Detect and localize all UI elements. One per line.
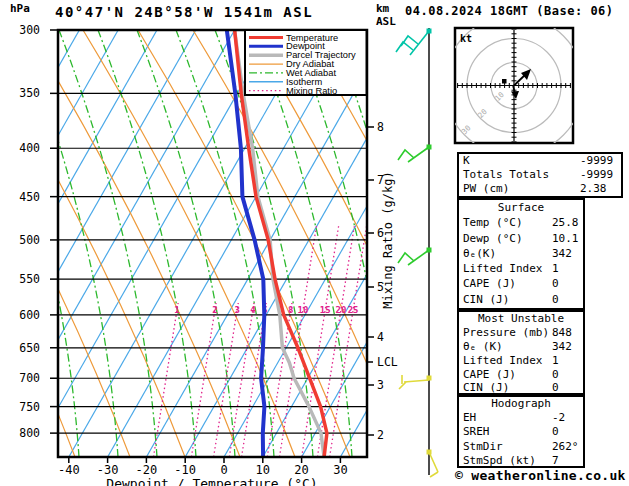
pressure-tick-label: 300 [19, 23, 40, 37]
index-value: 0 [552, 292, 559, 307]
index-label: CAPE (J) [463, 277, 516, 290]
index-row: θₑ (K)342 [459, 340, 583, 354]
mixing-ratio-value-label: 2 [212, 305, 217, 315]
index-value: 0 [552, 425, 559, 439]
mixing-ratio-value-label: 25 [348, 305, 359, 315]
index-value: 342 [552, 340, 572, 354]
indices-box-stability: K-9999Totals Totals-9999PW (cm)2.38 [457, 152, 623, 198]
index-value: 0 [552, 368, 559, 382]
index-value: 342 [552, 246, 572, 261]
mixing-ratio-line [214, 303, 239, 457]
index-label: StmSpd (kt) [463, 454, 536, 467]
wind-barb-column [396, 28, 438, 477]
pressure-tick-label: 700 [19, 371, 40, 385]
dry-adiabat-line [0, 30, 20, 457]
mixing-ratio-line [330, 225, 367, 457]
skewt-sounding-screenshot: 1234581015202530035040045050055060065070… [0, 0, 629, 486]
pressure-tick-label: 550 [19, 272, 40, 286]
asl-label: ASL [376, 15, 396, 28]
isotherm-line [0, 30, 2, 457]
index-label: CAPE (J) [463, 368, 516, 381]
pressure-tick-label: 450 [19, 190, 40, 204]
index-label: Dewp (°C) [463, 232, 523, 245]
index-label: SREH [463, 425, 490, 438]
index-value: 10.1 [552, 231, 579, 246]
km-tick-label: 4 [377, 330, 384, 344]
index-row: Dewp (°C)10.1 [459, 231, 583, 246]
credit-footer: © weatheronline.co.uk [455, 468, 626, 483]
indices-section-title: Most Unstable [459, 312, 583, 326]
index-label: Pressure (mb) [463, 326, 549, 339]
index-value: -2 [552, 411, 565, 425]
temp-tick-label: 10 [256, 463, 270, 477]
index-row: Totals Totals-9999 [459, 168, 621, 182]
km-tick-label: 2 [377, 428, 384, 442]
temp-tick-label: 0 [220, 463, 227, 477]
pressure-tick-label: 400 [19, 141, 40, 155]
hodograph-unit-label: kt [460, 33, 472, 44]
index-row: StmDir262° [459, 440, 583, 454]
index-label: CIN (J) [463, 293, 509, 306]
index-label: θₑ(K) [463, 247, 496, 260]
indices-section-title: Hodograph [459, 397, 583, 411]
index-label: StmDir [463, 440, 503, 453]
lcl-label: LCL [377, 355, 398, 369]
indices-section-title: Surface [459, 200, 583, 215]
index-row: K-9999 [459, 154, 621, 168]
mixing-ratio-value-label: 15 [320, 305, 331, 315]
index-value: 1 [552, 354, 559, 368]
wind-barb [429, 452, 438, 472]
legend: TemperatureDewpointParcel TrajectoryDry … [245, 30, 367, 96]
index-value: 7 [552, 454, 559, 468]
pressure-tick-label: 600 [19, 308, 40, 322]
station-title: 40°47'N 24B°58'W 1541m ASL [55, 4, 313, 20]
index-label: Temp (°C) [463, 216, 523, 229]
legend-label: Mixing Ratio [286, 86, 337, 96]
wind-barb [399, 375, 406, 389]
mixing-ratio-value-label: 3 [234, 305, 239, 315]
mixing-ratio-line [191, 303, 216, 457]
index-value: 0 [552, 276, 559, 291]
index-label: CIN (J) [463, 381, 509, 394]
index-label: Totals Totals [463, 168, 549, 181]
index-label: Lifted Index [463, 262, 542, 275]
index-value: -9999 [580, 154, 613, 168]
km-tick-label: 8 [377, 120, 384, 134]
temp-tick-label: 30 [333, 463, 347, 477]
index-value: 25.8 [552, 215, 579, 230]
index-row: CIN (J)0 [459, 292, 583, 307]
wind-barb [410, 31, 429, 55]
index-row: Pressure (mb)848 [459, 326, 583, 340]
pressure-tick-label: 650 [19, 341, 40, 355]
dry-adiabat-line [578, 30, 629, 457]
datetime-label: 04.08.2024 18GMT (Base: 06) [405, 4, 614, 18]
mixing-ratio-axis-label: Mixing Ratio (g/kg) [381, 171, 395, 308]
wind-barb [404, 380, 429, 382]
temp-tick-label: 20 [294, 463, 308, 477]
index-label: EH [463, 411, 476, 424]
temp-tick-label: -30 [97, 463, 119, 477]
pressure-tick-label: 800 [19, 426, 40, 440]
temp-tick-label: -20 [136, 463, 158, 477]
index-row: CAPE (J)0 [459, 276, 583, 291]
mixing-ratio-value-label: 8 [288, 305, 293, 315]
wind-barb [401, 36, 418, 46]
dry-adiabat-line [28, 30, 240, 457]
temp-tick-label: -10 [174, 463, 196, 477]
pressure-tick-label: 350 [19, 86, 40, 100]
index-value: 1 [552, 261, 559, 276]
index-row: θₑ(K)342 [459, 246, 583, 261]
wind-barb [396, 42, 413, 52]
pressure-tick-label: 500 [19, 233, 40, 247]
index-value: 262° [552, 440, 579, 454]
mixing-ratio-value-label: 10 [298, 305, 309, 315]
index-label: K [463, 154, 470, 167]
wind-barb [430, 472, 438, 477]
hodograph-point-marker [502, 79, 507, 84]
mixing-ratio-line [302, 225, 339, 457]
index-row: Lifted Index1 [459, 261, 583, 276]
index-value: -9999 [580, 168, 613, 182]
mixing-ratio-value-label: 1 [174, 305, 179, 315]
mixing-ratio-value-label: 20 [336, 305, 347, 315]
index-row: Temp (°C)25.8 [459, 215, 583, 230]
